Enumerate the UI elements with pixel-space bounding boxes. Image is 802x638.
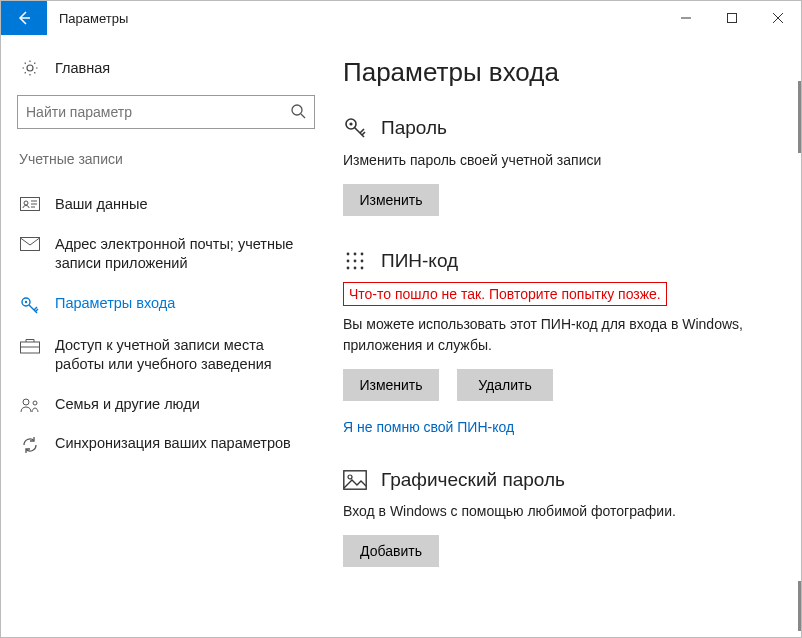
password-heading: Пароль bbox=[381, 117, 447, 139]
key-icon bbox=[19, 294, 41, 316]
svg-rect-21 bbox=[344, 471, 366, 489]
search-input[interactable] bbox=[26, 104, 290, 120]
password-desc: Изменить пароль своей учетной записи bbox=[343, 150, 765, 170]
title-bar: Параметры bbox=[1, 1, 801, 35]
svg-point-15 bbox=[347, 260, 350, 263]
pin-desc: Вы можете использовать этот ПИН-код для … bbox=[343, 314, 765, 355]
svg-point-9 bbox=[33, 401, 37, 405]
svg-point-22 bbox=[348, 475, 352, 479]
search-box[interactable] bbox=[17, 95, 315, 129]
sidebar: Главная Учетные записи Ваши данные Адрес… bbox=[1, 35, 331, 637]
svg-point-17 bbox=[361, 260, 364, 263]
svg-point-18 bbox=[347, 267, 350, 270]
minimize-icon bbox=[680, 12, 692, 24]
maximize-icon bbox=[726, 12, 738, 24]
svg-point-14 bbox=[361, 253, 364, 256]
nav-sync[interactable]: Синхронизация ваших параметров bbox=[17, 424, 315, 464]
sidebar-nav: Ваши данные Адрес электронной почты; уче… bbox=[17, 185, 315, 464]
nav-label: Адрес электронной почты; учетные записи … bbox=[55, 235, 313, 274]
nav-work-access[interactable]: Доступ к учетной записи места работы или… bbox=[17, 326, 315, 385]
minimize-button[interactable] bbox=[663, 1, 709, 35]
password-section: Пароль Изменить пароль своей учетной зап… bbox=[343, 116, 765, 216]
close-button[interactable] bbox=[755, 1, 801, 35]
people-icon bbox=[19, 395, 41, 413]
search-icon bbox=[290, 103, 306, 122]
picture-desc: Вход в Windows с помощью любимой фотогра… bbox=[343, 501, 765, 521]
window-title: Параметры bbox=[59, 11, 128, 26]
svg-point-11 bbox=[349, 122, 352, 125]
maximize-button[interactable] bbox=[709, 1, 755, 35]
mail-icon bbox=[19, 235, 41, 251]
svg-point-20 bbox=[361, 267, 364, 270]
svg-rect-4 bbox=[21, 237, 40, 250]
home-label: Главная bbox=[55, 60, 110, 76]
nav-label: Параметры входа bbox=[55, 294, 175, 314]
scrollbar-thumb[interactable] bbox=[798, 581, 801, 631]
briefcase-icon bbox=[19, 336, 41, 354]
picture-heading: Графический пароль bbox=[381, 469, 565, 491]
password-change-button[interactable]: Изменить bbox=[343, 184, 439, 216]
sync-icon bbox=[19, 434, 41, 454]
main-content: Параметры входа Пароль Изменить пароль с… bbox=[331, 35, 801, 637]
pin-error-message: Что-то пошло не так. Повторите попытку п… bbox=[343, 282, 667, 306]
svg-rect-0 bbox=[728, 14, 737, 23]
nav-your-info[interactable]: Ваши данные bbox=[17, 185, 315, 225]
svg-point-3 bbox=[24, 201, 28, 205]
svg-point-12 bbox=[347, 253, 350, 256]
nav-email-accounts[interactable]: Адрес электронной почты; учетные записи … bbox=[17, 225, 315, 284]
pin-change-button[interactable]: Изменить bbox=[343, 369, 439, 401]
svg-point-8 bbox=[23, 399, 29, 405]
svg-point-1 bbox=[292, 105, 302, 115]
nav-label: Семья и другие люди bbox=[55, 395, 200, 415]
nav-label: Ваши данные bbox=[55, 195, 148, 215]
gear-icon bbox=[19, 59, 41, 77]
pin-forgot-link[interactable]: Я не помню свой ПИН-код bbox=[343, 419, 514, 435]
nav-family[interactable]: Семья и другие люди bbox=[17, 385, 315, 425]
scrollbar-thumb[interactable] bbox=[798, 81, 801, 153]
svg-point-6 bbox=[25, 300, 27, 302]
key-icon bbox=[343, 116, 367, 140]
window-controls bbox=[663, 1, 801, 35]
id-card-icon bbox=[19, 195, 41, 213]
svg-point-16 bbox=[354, 260, 357, 263]
close-icon bbox=[772, 12, 784, 24]
home-nav[interactable]: Главная bbox=[17, 53, 315, 91]
nav-sign-in-options[interactable]: Параметры входа bbox=[17, 284, 315, 326]
back-button[interactable] bbox=[1, 1, 47, 35]
sidebar-section-header: Учетные записи bbox=[17, 151, 315, 167]
picture-password-section: Графический пароль Вход в Windows с помо… bbox=[343, 469, 765, 567]
page-title: Параметры входа bbox=[343, 57, 765, 88]
picture-add-button[interactable]: Добавить bbox=[343, 535, 439, 567]
svg-point-13 bbox=[354, 253, 357, 256]
nav-label: Доступ к учетной записи места работы или… bbox=[55, 336, 313, 375]
svg-point-19 bbox=[354, 267, 357, 270]
pin-pad-icon bbox=[343, 250, 367, 272]
nav-label: Синхронизация ваших параметров bbox=[55, 434, 291, 454]
picture-icon bbox=[343, 470, 367, 490]
pin-section: ПИН-код Что-то пошло не так. Повторите п… bbox=[343, 250, 765, 435]
pin-heading: ПИН-код bbox=[381, 250, 458, 272]
pin-delete-button[interactable]: Удалить bbox=[457, 369, 553, 401]
arrow-left-icon bbox=[16, 10, 32, 26]
